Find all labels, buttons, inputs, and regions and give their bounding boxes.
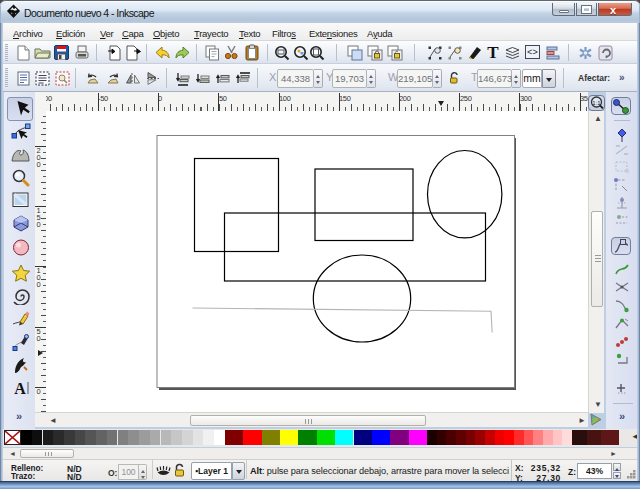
- svg-text:T: T: [487, 44, 499, 61]
- svg-text:<>: <>: [527, 48, 538, 58]
- svg-text:A: A: [14, 380, 26, 397]
- svg-text:1:1: 1:1: [592, 100, 601, 106]
